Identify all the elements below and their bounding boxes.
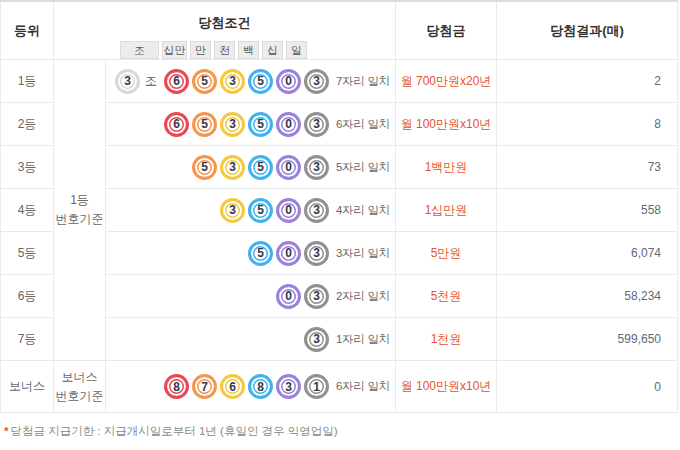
winning-numbers: 3503 — [220, 198, 329, 223]
col-header-condition: 당첨조건 조 십만 만 천 백 십 일 — [54, 1, 396, 60]
first-prize-basis-cell: 1등 번호기준 — [54, 60, 106, 361]
col-header-prize: 당첨금 — [396, 1, 497, 60]
lottery-ball: 5 — [248, 198, 273, 223]
condition-cell: 503 3자리 일치 — [106, 232, 396, 275]
lottery-ball: 5 — [248, 155, 273, 180]
lottery-ball: 1 — [304, 374, 329, 399]
lottery-ball: 3 — [220, 198, 245, 223]
pos-label-man: 만 — [190, 41, 211, 59]
lottery-ball: 3 — [304, 241, 329, 266]
col-header-rank: 등위 — [1, 1, 54, 60]
pos-label-sibman: 십만 — [162, 41, 187, 59]
lottery-ball: 8 — [164, 374, 189, 399]
match-label: 2자리 일치 — [336, 289, 388, 304]
rank-cell: 보너스 — [1, 361, 54, 413]
condition-title: 당첨조건 — [54, 2, 395, 32]
winning-numbers: 53503 — [192, 155, 329, 180]
rank-cell: 1등 — [1, 60, 54, 103]
condition-cell: 3503 4자리 일치 — [106, 189, 396, 232]
pos-label-baek: 백 — [238, 41, 259, 59]
result-cell: 599,650 — [497, 318, 678, 361]
table-header-row: 등위 당첨조건 조 십만 만 천 백 십 일 당첨금 당첨결과(매) — [1, 1, 678, 60]
pos-label-cheon: 천 — [214, 41, 235, 59]
table-row: 1등 1등 번호기준 3조653503 7자리 일치 월 700만원x20년 2 — [1, 60, 678, 103]
lottery-ball: 3 — [304, 112, 329, 137]
prize-cell: 월 100만원x10년 — [396, 361, 497, 413]
lottery-ball: 6 — [220, 374, 245, 399]
footnote-text: 당첨금 지급기한 : 지급개시일로부터 1년 (휴일인 경우 익영업일) — [10, 425, 337, 437]
prize-cell: 1천원 — [396, 318, 497, 361]
bonus-table-row: 보너스 보너스 번호기준 876831 6자리 일치 월 100만원x10년 0 — [1, 361, 678, 413]
lottery-ball: 0 — [276, 198, 301, 223]
lottery-ball: 5 — [248, 112, 273, 137]
lottery-ball: 5 — [248, 69, 273, 94]
jo-unit-label: 조 — [145, 73, 157, 90]
winning-numbers: 653503 — [164, 112, 329, 137]
lottery-ball: 6 — [164, 69, 189, 94]
lottery-ball: 3 — [220, 69, 245, 94]
result-cell: 558 — [497, 189, 678, 232]
pos-label-sip: 십 — [262, 41, 283, 59]
match-label: 5자리 일치 — [336, 160, 388, 175]
winning-numbers: 03 — [276, 284, 329, 309]
winning-numbers: 503 — [248, 241, 329, 266]
prize-cell: 월 700만원x20년 — [396, 60, 497, 103]
match-label: 6자리 일치 — [336, 379, 388, 394]
pos-label-jo: 조 — [120, 41, 159, 59]
prize-result-table: 등위 당첨조건 조 십만 만 천 백 십 일 당첨금 당첨결과(매) 1등 1등 — [0, 0, 678, 413]
lottery-ball: 3 — [220, 155, 245, 180]
condition-cell: 653503 6자리 일치 — [106, 103, 396, 146]
lottery-ball: 0 — [276, 155, 301, 180]
match-label: 1자리 일치 — [336, 332, 388, 347]
rank-cell: 3등 — [1, 146, 54, 189]
result-cell: 73 — [497, 146, 678, 189]
condition-cell: 03 2자리 일치 — [106, 275, 396, 318]
group-label-line1: 1등 — [54, 191, 105, 210]
prize-cell: 1십만원 — [396, 189, 497, 232]
condition-cell: 53503 5자리 일치 — [106, 146, 396, 189]
lottery-ball: 0 — [276, 241, 301, 266]
rank-cell: 7등 — [1, 318, 54, 361]
lottery-ball: 3 — [220, 112, 245, 137]
prize-cell: 1백만원 — [396, 146, 497, 189]
match-label: 7자리 일치 — [336, 74, 388, 89]
pos-label-il: 일 — [286, 41, 307, 59]
group-label-line2: 번호기준 — [54, 210, 105, 229]
rank-cell: 6등 — [1, 275, 54, 318]
result-cell: 8 — [497, 103, 678, 146]
rank-cell: 5등 — [1, 232, 54, 275]
lottery-ball: 6 — [164, 112, 189, 137]
prize-cell: 월 100만원x10년 — [396, 103, 497, 146]
winning-numbers: 876831 — [164, 374, 329, 399]
condition-cell: 3 1자리 일치 — [106, 318, 396, 361]
match-label: 3자리 일치 — [336, 246, 388, 261]
lottery-ball: 5 — [192, 112, 217, 137]
lottery-ball: 3 — [304, 155, 329, 180]
digit-position-row: 조 십만 만 천 백 십 일 — [54, 41, 395, 59]
lottery-ball: 5 — [192, 155, 217, 180]
result-cell: 58,234 — [497, 275, 678, 318]
lottery-ball: 3 — [115, 69, 140, 94]
lottery-ball: 0 — [276, 69, 301, 94]
condition-cell: 876831 6자리 일치 — [106, 361, 396, 413]
group-label-line1: 보너스 — [54, 368, 105, 387]
lottery-ball: 7 — [192, 374, 217, 399]
lottery-ball: 8 — [248, 374, 273, 399]
result-cell: 6,074 — [497, 232, 678, 275]
group-label-line2: 번호기준 — [54, 387, 105, 406]
match-label: 6자리 일치 — [336, 117, 388, 132]
condition-cell: 3조653503 7자리 일치 — [106, 60, 396, 103]
lottery-ball: 3 — [304, 198, 329, 223]
lottery-ball: 5 — [192, 69, 217, 94]
payment-deadline-note: *당첨금 지급기한 : 지급개시일로부터 1년 (휴일인 경우 익영업일) — [0, 424, 680, 439]
lottery-ball: 3 — [276, 374, 301, 399]
lottery-ball: 3 — [304, 69, 329, 94]
result-cell: 2 — [497, 60, 678, 103]
result-cell: 0 — [497, 361, 678, 413]
winning-numbers: 3조653503 — [115, 69, 329, 94]
lottery-ball: 0 — [276, 284, 301, 309]
lottery-ball: 3 — [304, 327, 329, 352]
lottery-ball: 3 — [304, 284, 329, 309]
rank-cell: 2등 — [1, 103, 54, 146]
bonus-basis-cell: 보너스 번호기준 — [54, 361, 106, 413]
